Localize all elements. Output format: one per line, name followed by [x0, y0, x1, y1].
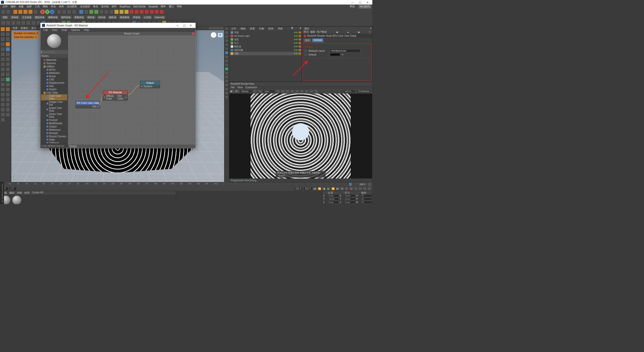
palette-20[interactable]	[1, 77, 5, 82]
coord-rot-B[interactable]	[361, 201, 372, 204]
attr-menu-ud[interactable]: 用户数据	[317, 30, 327, 34]
rv-render-button[interactable]: ▶	[230, 90, 234, 93]
menu-motiontrack[interactable]: 运动跟踪	[78, 5, 92, 8]
record-button[interactable]: ●	[345, 187, 349, 190]
vstrip-12[interactable]	[225, 75, 228, 79]
tool3-3[interactable]	[16, 21, 21, 25]
sg-item[interactable]: Switch	[41, 88, 67, 91]
picture-viewer-button[interactable]	[72, 10, 76, 14]
sg-item[interactable]: Color User Data	[41, 94, 67, 100]
obj-tag-icon[interactable]	[299, 49, 301, 51]
rv-aov-select[interactable]: Beauty	[240, 90, 252, 93]
sg-item[interactable]: Remark	[41, 131, 67, 135]
palette-9[interactable]	[6, 47, 10, 52]
field-radial[interactable]: 径向域	[97, 15, 107, 20]
attr-default-picker-icon[interactable]: ✎	[342, 53, 344, 56]
obj-vis-dots[interactable]	[294, 49, 298, 51]
field-python[interactable]: Python域	[153, 15, 166, 20]
node-color-user-data[interactable]: RS Color User Data Out	[75, 101, 100, 108]
obj-menu-obj[interactable]: 对象	[257, 27, 266, 30]
vstrip-0[interactable]	[225, 27, 228, 30]
palette-33[interactable]	[6, 107, 10, 112]
rv-snap3-icon[interactable]	[305, 90, 309, 93]
coord-rot-H[interactable]	[361, 194, 372, 197]
vstrip-11[interactable]	[225, 71, 228, 75]
rv-snap4-icon[interactable]	[309, 90, 313, 93]
frame-cur-field[interactable]: 1 F	[9, 187, 17, 191]
sg-item[interactable]: TriPlanar	[41, 141, 67, 143]
menu-character[interactable]: 角色	[92, 5, 100, 8]
vp-nav2-icon[interactable]	[213, 27, 216, 29]
obj-menu-edit[interactable]: 编辑	[238, 27, 248, 30]
obj-tag-icon[interactable]	[299, 35, 301, 37]
axis-x[interactable]: X	[40, 10, 45, 14]
sg-item[interactable]: Hair	[41, 84, 67, 88]
render-settings-button[interactable]	[67, 10, 71, 14]
sg-item[interactable]: State	[41, 138, 67, 141]
sg-search-input[interactable]	[43, 51, 72, 53]
goto-start-button[interactable]: ⏮	[313, 187, 317, 190]
move-tool[interactable]	[18, 10, 23, 14]
light-button[interactable]	[109, 10, 114, 14]
menu-mesh[interactable]: 网格	[41, 5, 49, 8]
frame-range2[interactable]: 252 F	[303, 187, 312, 191]
prev-key-button[interactable]: ⏪	[317, 187, 321, 190]
obj-tag-icon[interactable]	[299, 38, 301, 40]
sg-cat[interactable]: Materials	[41, 58, 67, 62]
palette-11[interactable]	[6, 52, 10, 57]
sg-item[interactable]: Round Corners	[41, 135, 67, 138]
loop-button[interactable]: ↻	[340, 187, 344, 190]
vp-tab-view[interactable]: 查看	[13, 26, 18, 30]
sg-item[interactable]: Reference	[41, 128, 67, 131]
menu-realflow[interactable]: RealFlow	[118, 5, 132, 8]
sg-item[interactable]: C4D	[41, 78, 67, 81]
rv-snap1-icon[interactable]	[295, 90, 299, 93]
palette-17[interactable]	[6, 67, 10, 72]
palette-4[interactable]	[1, 37, 5, 41]
attr-close-icon[interactable]: ✕	[368, 27, 372, 30]
vstrip-7[interactable]	[225, 55, 228, 59]
sg-cat[interactable]: Textures	[41, 62, 67, 65]
attr-menu-mode[interactable]: 模式	[304, 30, 309, 34]
layout-dropdown[interactable]: RS (用户)	[358, 5, 371, 9]
obj-vis-dots[interactable]	[294, 32, 298, 33]
key-r-button[interactable]	[363, 187, 367, 190]
field-capsule[interactable]: 胶囊体域	[73, 15, 85, 20]
menu-edit[interactable]: 编辑	[9, 5, 17, 8]
coord-pos-Y[interactable]	[328, 198, 339, 200]
palette-29[interactable]	[6, 97, 10, 102]
attr-name-radio[interactable]	[304, 50, 307, 52]
autokey-button[interactable]: ◉	[349, 187, 353, 190]
rs-btn2[interactable]	[134, 10, 139, 14]
rv-grid3-icon[interactable]	[290, 90, 294, 93]
tool3-6[interactable]	[31, 21, 36, 25]
menu-help[interactable]: 帮助	[175, 5, 183, 8]
key-p-button[interactable]	[354, 187, 358, 190]
palette-26[interactable]	[1, 92, 5, 97]
rv-snap2-icon[interactable]	[300, 90, 304, 93]
palette-18[interactable]	[1, 72, 5, 77]
obj-row-3[interactable]: 引力	[230, 41, 301, 45]
sg-menu-view[interactable]: View	[50, 29, 59, 31]
rv-canvas[interactable]: 微信公众号: 野鹿志 微博: 野鹿志 作者: 马鹿野郎 （0.01s）	[229, 94, 372, 179]
rv-grid2-icon[interactable]	[286, 90, 290, 93]
palette-16[interactable]	[1, 67, 5, 72]
palette-35[interactable]	[6, 112, 10, 117]
goto-end-button[interactable]: ⏭	[336, 187, 340, 190]
mat-menu-func[interactable]: 功能	[17, 191, 22, 195]
rv-menu-cust[interactable]: Customize	[245, 86, 257, 89]
attr-tab-basic[interactable]: 基本	[304, 38, 311, 42]
vstrip-4[interactable]	[225, 43, 228, 47]
node-output[interactable]: Output Surface	[140, 81, 160, 88]
obj-menu-view[interactable]: 查看	[248, 27, 257, 30]
sg-max-button[interactable]: ▢	[181, 24, 187, 27]
port-out-in[interactable]	[141, 86, 143, 87]
vstrip-15[interactable]	[225, 87, 228, 91]
sg-cat[interactable]: User Data	[41, 91, 67, 94]
rs-btn4[interactable]	[144, 10, 149, 14]
rv-menu-file[interactable]: File	[231, 86, 235, 89]
vstrip-6[interactable]	[225, 51, 228, 55]
obj-tag-icon[interactable]	[299, 53, 301, 55]
obj-tag-icon[interactable]	[299, 42, 301, 44]
scale-tool[interactable]	[23, 10, 28, 14]
